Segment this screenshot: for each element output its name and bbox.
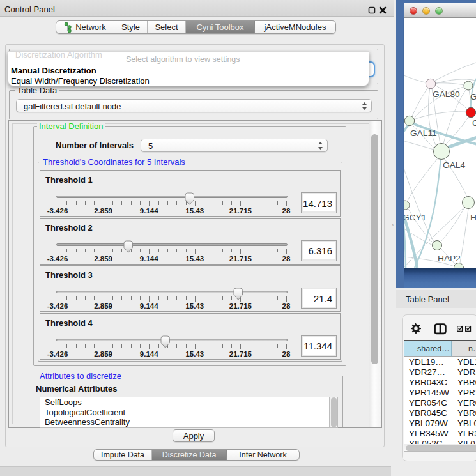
svg-text:GAL11: GAL11 <box>410 128 437 138</box>
svg-text:GAL80: GAL80 <box>433 89 460 99</box>
svg-text:GA: GA <box>470 92 476 102</box>
svg-text:GCY1: GCY1 <box>404 213 426 222</box>
svg-text:H: H <box>470 213 476 222</box>
svg-text:GAL4: GAL4 <box>443 160 465 170</box>
svg-text:C: C <box>472 118 476 128</box>
svg-text:HAP2: HAP2 <box>438 254 461 263</box>
